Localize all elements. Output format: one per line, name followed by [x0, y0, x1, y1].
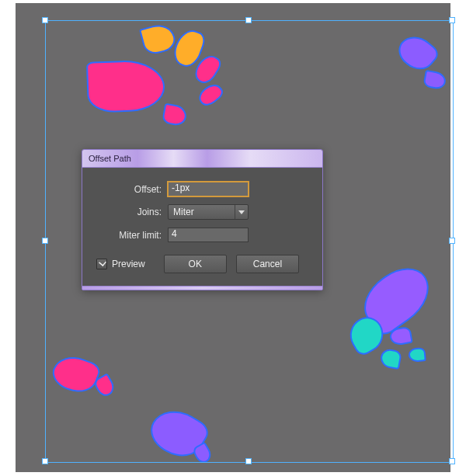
cancel-label: Cancel — [253, 259, 282, 269]
selection-handle[interactable] — [449, 238, 455, 244]
selection-handle[interactable] — [245, 458, 252, 464]
selection-handle[interactable] — [449, 458, 455, 464]
offset-label: Offset: — [96, 184, 162, 195]
dialog-border-bottom — [82, 286, 322, 290]
preview-label: Preview — [112, 259, 145, 269]
selection-handle[interactable] — [42, 17, 48, 23]
app-stage: Offset Path Offset: -1px Joins: Miter — [0, 0, 466, 476]
miter-limit-input[interactable]: 4 — [168, 228, 249, 242]
paisley-shape[interactable] — [197, 82, 223, 107]
offset-value: -1px — [172, 182, 190, 193]
paisley-shape[interactable] — [409, 349, 424, 361]
dialog-title: Offset Path — [89, 154, 131, 163]
dialog-actions: Preview OK Cancel — [96, 255, 308, 273]
offset-row: Offset: -1px — [96, 182, 308, 196]
paisley-shape[interactable] — [391, 328, 412, 345]
paisley-shape[interactable] — [381, 349, 400, 368]
paisley-shape[interactable] — [95, 375, 116, 397]
joins-select[interactable]: Miter — [168, 204, 249, 220]
paisley-shape[interactable] — [50, 353, 100, 396]
paisley-shape[interactable] — [141, 23, 176, 55]
preview-checkbox[interactable]: Preview — [96, 259, 145, 269]
cancel-button[interactable]: Cancel — [236, 255, 299, 273]
ok-label: OK — [189, 259, 202, 269]
chevron-down-icon — [235, 205, 248, 219]
paisley-shape[interactable] — [425, 71, 446, 89]
paisley-shape[interactable] — [395, 31, 440, 75]
selection-handle[interactable] — [449, 17, 455, 23]
dialog-titlebar[interactable]: Offset Path — [82, 150, 322, 168]
selection-handle[interactable] — [42, 238, 48, 244]
miter-limit-label: Miter limit: — [96, 230, 162, 241]
paisley-shape[interactable] — [193, 54, 222, 85]
dialog-body: Offset: -1px Joins: Miter Miter limit: 4 — [82, 168, 322, 286]
selection-handle[interactable] — [245, 17, 252, 23]
selection-handle[interactable] — [42, 458, 48, 464]
paisley-shape[interactable] — [88, 61, 164, 111]
joins-row: Joins: Miter — [96, 204, 308, 220]
paisley-shape[interactable] — [172, 28, 205, 68]
miter-limit-value: 4 — [172, 228, 177, 239]
offset-input[interactable]: -1px — [168, 182, 249, 196]
checkbox-icon — [96, 259, 107, 269]
joins-value: Miter — [173, 207, 194, 217]
miter-limit-row: Miter limit: 4 — [96, 228, 308, 242]
offset-path-dialog: Offset Path Offset: -1px Joins: Miter — [82, 149, 323, 290]
ok-button[interactable]: OK — [164, 255, 227, 273]
joins-label: Joins: — [96, 207, 162, 217]
paisley-shape[interactable] — [163, 105, 186, 125]
